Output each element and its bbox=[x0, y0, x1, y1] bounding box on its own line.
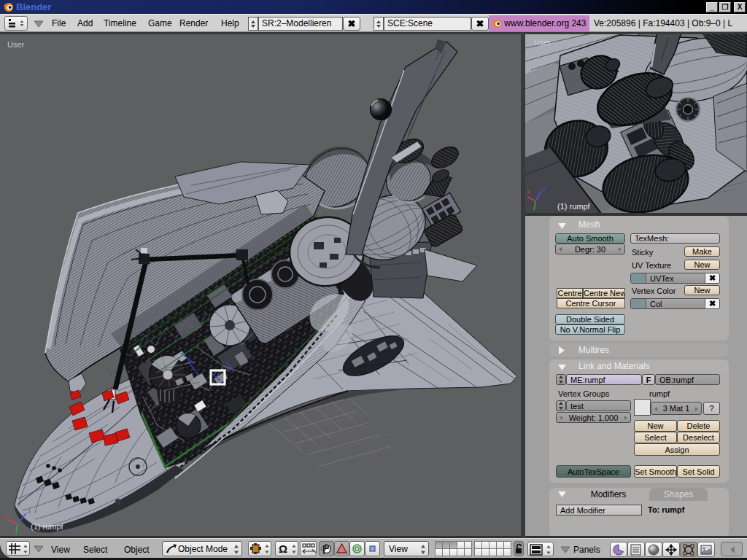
svg-text:(1) rumpf: (1) rumpf bbox=[557, 202, 591, 211]
svg-text:z: z bbox=[28, 508, 31, 515]
svg-text:x: x bbox=[3, 512, 7, 519]
svg-text:x: x bbox=[527, 188, 530, 195]
svg-text:z: z bbox=[543, 185, 546, 192]
svg-text:User: User bbox=[534, 38, 551, 47]
svg-text:(1) rumpf: (1) rumpf bbox=[31, 522, 64, 531]
svg-text:User: User bbox=[7, 40, 25, 49]
